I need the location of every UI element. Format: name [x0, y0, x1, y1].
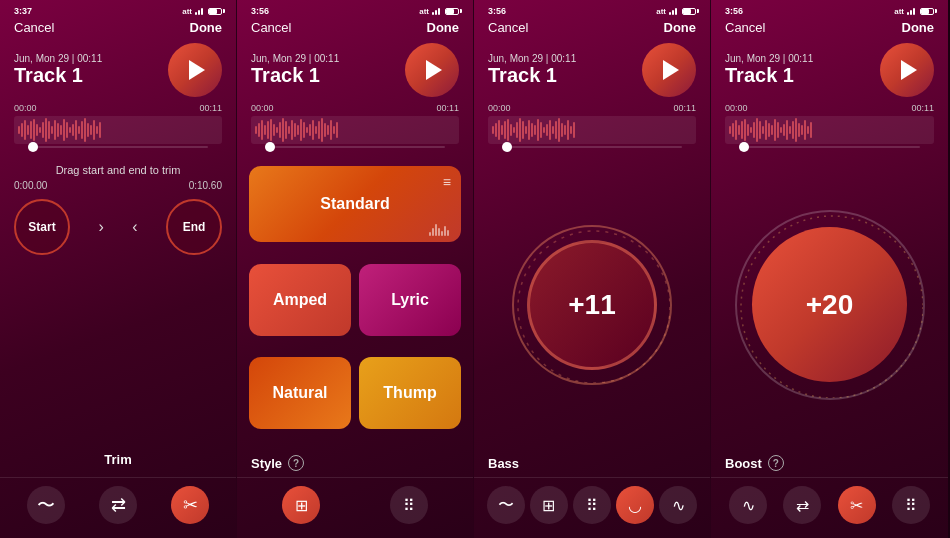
wb	[309, 124, 311, 136]
style-card-natural[interactable]: Natural	[249, 357, 351, 429]
wb	[57, 123, 59, 137]
style-card-amped[interactable]: Amped	[249, 264, 351, 336]
wb	[810, 122, 812, 138]
cancel-button-2[interactable]: Cancel	[251, 20, 291, 35]
done-button-1[interactable]: Done	[190, 20, 223, 35]
waveform-2[interactable]	[251, 116, 459, 144]
smile-tool-btn-3[interactable]: ◡	[616, 486, 654, 524]
cut-tool-btn-4[interactable]: ✂	[838, 486, 876, 524]
progress-bar-2[interactable]	[265, 146, 445, 148]
trim-label: Drag start and end to trim	[0, 164, 236, 176]
wb	[525, 126, 527, 134]
end-handle[interactable]: End	[166, 199, 222, 255]
progress-bar-1[interactable]	[28, 146, 208, 148]
style-label-thump: Thump	[383, 384, 436, 402]
wb	[294, 123, 296, 137]
play-button-3[interactable]	[642, 43, 696, 97]
shuffle-tool-btn-4[interactable]: ⇄	[783, 486, 821, 524]
style-info-icon[interactable]: ?	[288, 455, 304, 471]
play-icon-1	[189, 60, 205, 80]
wb	[513, 127, 515, 133]
bass-dial-container[interactable]: +11	[474, 158, 710, 452]
progress-bar-4[interactable]	[739, 146, 920, 148]
wb	[534, 125, 536, 135]
progress-thumb-2[interactable]	[265, 142, 275, 152]
play-button-2[interactable]	[405, 43, 459, 97]
done-button-4[interactable]: Done	[902, 20, 935, 35]
wb	[84, 118, 86, 142]
wb	[759, 121, 761, 139]
wave2-tool-btn-3[interactable]: ∿	[659, 486, 697, 524]
cut-tool-btn[interactable]: ✂	[171, 486, 209, 524]
bar3	[913, 8, 915, 15]
wb	[549, 120, 551, 140]
style-grid-tool-btn[interactable]: ⊞	[282, 486, 320, 524]
progress-bar-3[interactable]	[502, 146, 682, 148]
panel-header-4: Cancel Done	[711, 18, 948, 39]
tab-label-trim: Trim	[0, 446, 236, 477]
status-icons-3: att	[656, 7, 696, 16]
signal-4	[907, 7, 915, 15]
waveform-1[interactable]	[14, 116, 222, 144]
dots-tool-btn-4[interactable]: ⠿	[892, 486, 930, 524]
cancel-button-3[interactable]: Cancel	[488, 20, 528, 35]
waveform-container-4: 00:00 00:11	[711, 103, 948, 154]
wb	[558, 118, 560, 142]
progress-thumb-1[interactable]	[28, 142, 38, 152]
track-date-4: Jun, Mon 29 | 00:11	[725, 53, 813, 64]
done-button-3[interactable]: Done	[664, 20, 697, 35]
play-button-1[interactable]	[168, 43, 222, 97]
track-details-1: Jun, Mon 29 | 00:11 Track 1	[14, 53, 102, 87]
wb	[807, 126, 809, 134]
wb	[54, 120, 56, 140]
cancel-button-4[interactable]: Cancel	[725, 20, 765, 35]
wb	[51, 126, 53, 134]
style-card-lyric[interactable]: Lyric	[359, 264, 461, 336]
wb	[21, 123, 23, 137]
shuffle-tool-btn[interactable]: ⇄	[99, 486, 137, 524]
track-name-4: Track 1	[725, 64, 813, 87]
bar1	[669, 12, 671, 15]
dots-icon: ⠿	[403, 496, 415, 515]
waveform-3[interactable]	[488, 116, 696, 144]
waveform-4[interactable]	[725, 116, 934, 144]
style-card-thump[interactable]: Thump	[359, 357, 461, 429]
wave-tool-btn-3[interactable]: 〜	[487, 486, 525, 524]
wb	[24, 120, 26, 140]
wb	[255, 126, 257, 134]
play-button-4[interactable]	[880, 43, 934, 97]
progress-thumb-3[interactable]	[502, 142, 512, 152]
svg-point-1	[741, 216, 923, 398]
boost-info-icon[interactable]: ?	[768, 455, 784, 471]
style-label-standard: Standard	[320, 195, 389, 213]
done-button-2[interactable]: Done	[427, 20, 460, 35]
boost-dial-container[interactable]: +20	[711, 158, 948, 451]
cancel-button-1[interactable]: Cancel	[14, 20, 54, 35]
wb	[741, 121, 743, 139]
track-details-3: Jun, Mon 29 | 00:11 Track 1	[488, 53, 576, 87]
dots-tool-btn[interactable]: ⠿	[390, 486, 428, 524]
wb	[546, 124, 548, 136]
wave-tool-btn-4[interactable]: ∿	[729, 486, 767, 524]
wb	[543, 127, 545, 133]
start-handle[interactable]: Start	[14, 199, 70, 255]
wb	[72, 124, 74, 136]
play-icon-3	[663, 60, 679, 80]
waveform-tool-btn[interactable]: 〜	[27, 486, 65, 524]
wb	[303, 122, 305, 138]
wb	[504, 121, 506, 139]
track-date-1: Jun, Mon 29 | 00:11	[14, 53, 102, 64]
trim-times: 0:00.00 0:10.60	[0, 180, 236, 191]
signal-3	[669, 7, 677, 15]
boost-dial-outer[interactable]: +20	[735, 210, 925, 400]
dots-icon-4: ⠿	[905, 496, 917, 515]
wb	[531, 123, 533, 137]
progress-thumb-4[interactable]	[739, 142, 749, 152]
style-card-standard[interactable]: Standard	[249, 166, 461, 242]
dots-tool-btn-3[interactable]: ⠿	[573, 486, 611, 524]
style-tool-btn-3[interactable]: ⊞	[530, 486, 568, 524]
boost-panel: 3:56 att Cancel Done Jun, Mon 29 | 00:11…	[711, 0, 948, 538]
style-label-lyric: Lyric	[391, 291, 429, 309]
bass-dial-outer[interactable]: +11	[512, 225, 672, 385]
start-time-label-4: 00:00	[725, 103, 748, 113]
